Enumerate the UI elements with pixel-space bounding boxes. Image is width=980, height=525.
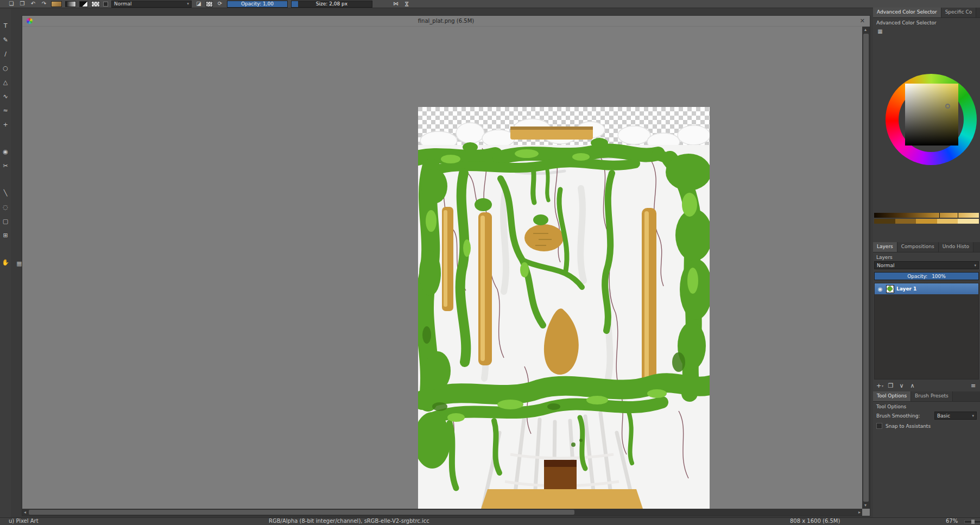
krita-logo-icon xyxy=(27,18,33,24)
right-dock-panel: Advanced Color Selector Specific Co Adva… xyxy=(873,8,980,517)
zoom-slider[interactable] xyxy=(964,520,980,523)
layer-visibility-eye-icon[interactable]: ◉ xyxy=(876,286,884,292)
vertical-scrollbar-thumb[interactable] xyxy=(863,34,869,502)
blending-mode-dropdown[interactable]: Normal ▾ xyxy=(111,1,192,8)
artwork-image xyxy=(418,107,710,509)
color-selector-title: Advanced Color Selector xyxy=(873,18,980,26)
layer-name: Layer 1 xyxy=(896,286,916,292)
layer-properties-button[interactable]: ≡ xyxy=(969,381,978,390)
bezier-curve-tool-button[interactable]: ∿ xyxy=(1,91,10,101)
layer-blending-mode-dropdown[interactable]: Normal ▾ xyxy=(874,261,979,269)
open-document-icon[interactable]: ❐ xyxy=(18,1,26,8)
horizontal-scrollbar-thumb[interactable] xyxy=(29,510,574,515)
contiguous-selection-tool-button[interactable]: ▢ xyxy=(1,216,10,226)
hue-ring[interactable] xyxy=(886,74,977,165)
tab-tool-options[interactable]: Tool Options xyxy=(873,391,911,401)
statusbar-tool-hint: u) Pixel Art xyxy=(9,518,39,524)
tab-undo-history[interactable]: Undo Histo xyxy=(939,242,973,252)
pan-tool-button[interactable]: ✋ xyxy=(1,257,10,267)
gradient-tool-button[interactable]: ╲ xyxy=(1,188,10,198)
scroll-down-icon[interactable]: ▾ xyxy=(864,503,867,508)
tab-specific-color-selector[interactable]: Specific Co xyxy=(941,8,977,17)
redo-icon[interactable]: ↷ xyxy=(40,1,48,8)
brush-smoothing-dropdown[interactable]: Basic ▾ xyxy=(934,412,977,420)
ellipse-tool-button[interactable]: ○ xyxy=(1,63,10,73)
canvas-viewport[interactable] xyxy=(22,27,862,509)
horizontal-scrollbar[interactable]: ◂ ▸ xyxy=(22,509,862,516)
shade-tick xyxy=(939,213,940,218)
krita-window: ❏ ❐ ↶ ↷ Normal ▾ ◪ ⟳ Opacity: 1,00 Size:… xyxy=(0,0,980,525)
subwindow-titlebar[interactable]: final_plat.png (6.5M) ✕ xyxy=(22,16,870,27)
layer-thumbnail xyxy=(886,285,894,293)
scroll-left-icon[interactable]: ◂ xyxy=(24,510,26,515)
brush-size-slider-fill xyxy=(292,1,298,7)
shade-tick xyxy=(958,213,958,218)
smart-patch-tool-button[interactable]: ✂ xyxy=(1,161,10,170)
layer-opacity-value: 100% xyxy=(932,274,946,279)
tab-brush-presets[interactable]: Brush Presets xyxy=(911,391,953,401)
layer-opacity-slider[interactable]: Opacity: 100% xyxy=(874,272,979,280)
freehand-path-tool-button[interactable]: ≈ xyxy=(1,105,10,115)
color-sampler-tool-button[interactable]: ◉ xyxy=(1,147,10,156)
polygon-tool-button[interactable]: △ xyxy=(1,77,10,87)
add-layer-button[interactable]: + ▾ xyxy=(875,381,884,390)
canvas-artwork[interactable] xyxy=(418,107,710,509)
tab-compositions[interactable]: Compositions xyxy=(897,242,939,252)
chevron-down-icon: ▾ xyxy=(972,414,974,418)
raise-layer-button[interactable]: ∧ xyxy=(908,381,917,390)
transform-tool-button[interactable]: ⊞ xyxy=(1,230,10,240)
layer-row[interactable]: ◉ Layer 1 xyxy=(875,283,978,294)
vertical-scrollbar[interactable]: ▴ ▾ xyxy=(862,27,870,509)
saturation-value-square[interactable] xyxy=(905,84,958,146)
tab-advanced-color-selector[interactable]: Advanced Color Selector xyxy=(873,8,941,17)
brush-size-slider[interactable]: Size: 2,08 px xyxy=(291,1,372,8)
tab-layers[interactable]: Layers xyxy=(873,242,897,252)
pattern-preview[interactable] xyxy=(91,1,100,7)
blending-mode-value: Normal xyxy=(114,1,132,7)
chevron-down-icon: ▾ xyxy=(974,263,976,268)
duplicate-layer-button[interactable]: ❐ xyxy=(886,381,895,390)
mirror-vertical-icon[interactable]: ⋈ xyxy=(403,0,410,8)
plus-icon: + xyxy=(876,382,881,389)
circular-selection-tool-button[interactable]: ◌ xyxy=(1,202,10,212)
foreground-background-swatch[interactable] xyxy=(79,1,88,7)
dock-filler xyxy=(873,431,980,517)
shade-selector-bar-1[interactable] xyxy=(874,213,979,218)
layer-blending-mode-value: Normal xyxy=(877,263,895,268)
layers-title: Layers xyxy=(873,252,980,261)
gradient-preview[interactable] xyxy=(65,1,76,7)
zoom-slider-knob[interactable] xyxy=(971,520,975,524)
mirror-horizontal-icon[interactable]: ⋈ xyxy=(392,1,400,8)
reload-preset-icon[interactable]: ⟳ xyxy=(216,1,224,8)
preserve-alpha-icon[interactable] xyxy=(206,1,213,7)
close-icon[interactable]: ✕ xyxy=(860,17,865,24)
move-tool-button[interactable]: + xyxy=(1,119,10,129)
calligraphy-tool-button[interactable]: ✎ xyxy=(1,35,10,45)
color-indicator xyxy=(945,104,950,109)
brush-preset-preview[interactable] xyxy=(51,1,62,7)
opacity-label: Opacity: xyxy=(241,1,261,7)
document-title: final_plat.png (6.5M) xyxy=(22,18,870,24)
statusbar-zoom-value: 67% xyxy=(946,518,958,524)
undo-icon[interactable]: ↶ xyxy=(29,1,37,8)
opacity-value: 1,00 xyxy=(263,1,274,7)
eraser-mode-icon[interactable]: ◪ xyxy=(195,1,203,8)
text-tool-button[interactable]: T xyxy=(1,21,10,30)
opacity-slider[interactable]: Opacity: 1,00 xyxy=(227,1,288,8)
line-tool-button[interactable]: ∕ xyxy=(1,49,10,59)
scroll-up-icon[interactable]: ▴ xyxy=(864,28,867,32)
snap-to-assistants-row: Snap to Assistants xyxy=(873,421,980,431)
brush-size-value: 2,08 px xyxy=(329,1,347,7)
shade-selector-bar-2[interactable] xyxy=(874,219,979,224)
scroll-right-icon[interactable]: ▸ xyxy=(858,510,861,515)
layers-dock-tabs: Layers Compositions Undo Histo xyxy=(873,242,980,252)
chevron-down-icon: ▾ xyxy=(187,2,189,6)
main-toolbar: ❏ ❐ ↶ ↷ Normal ▾ ◪ ⟳ Opacity: 1,00 Size:… xyxy=(0,0,980,8)
snap-to-assistants-checkbox[interactable] xyxy=(876,423,882,429)
new-document-icon[interactable]: ❏ xyxy=(8,1,15,8)
pattern-toggle-checkbox[interactable] xyxy=(103,2,108,7)
lower-layer-button[interactable]: ∨ xyxy=(897,381,906,390)
color-selector-settings-icon[interactable]: ▦ xyxy=(876,27,884,35)
brush-smoothing-value: Basic xyxy=(937,413,950,419)
layer-opacity-label: Opacity: xyxy=(907,274,927,279)
